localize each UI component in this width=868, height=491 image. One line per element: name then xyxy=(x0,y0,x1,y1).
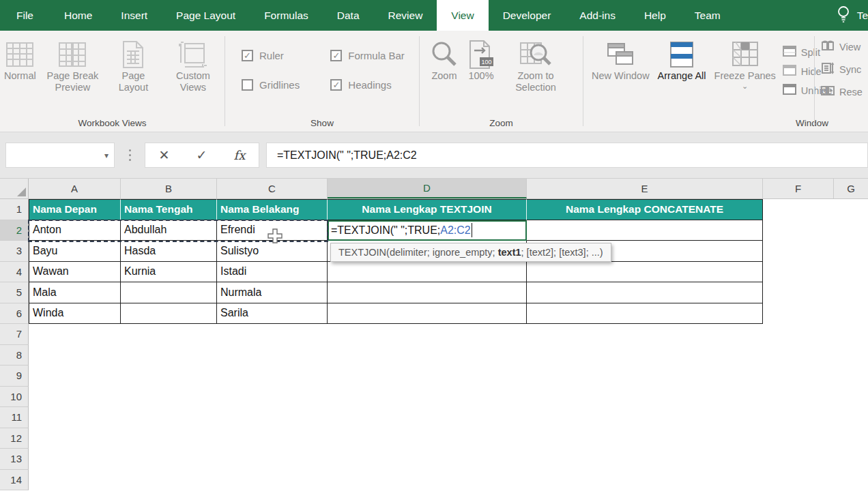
row-header-3[interactable]: 3 xyxy=(0,241,29,262)
cancel-button[interactable]: ✕ xyxy=(159,147,170,163)
cell-E5[interactable] xyxy=(527,282,763,303)
tab-help[interactable]: Help xyxy=(630,0,680,31)
cell-G1[interactable] xyxy=(834,199,868,220)
cell-E2[interactable] xyxy=(527,220,763,241)
tab-formulas[interactable]: Formulas xyxy=(250,0,323,31)
tab-file[interactable]: File xyxy=(0,0,50,31)
cell-C5[interactable]: Nurmala xyxy=(217,282,328,303)
formula-bar-resize-handle[interactable] xyxy=(115,149,145,161)
tab-home[interactable]: Home xyxy=(50,0,106,31)
cell-D5[interactable] xyxy=(328,282,527,303)
row-header-14[interactable]: 14 xyxy=(0,470,29,491)
tab-add-ins[interactable]: Add-ins xyxy=(565,0,630,31)
cell-A3[interactable]: Bayu xyxy=(29,241,121,262)
cell-D4[interactable] xyxy=(328,262,527,283)
row-header-6[interactable]: 6 xyxy=(0,303,29,325)
row-header-5[interactable]: 5 xyxy=(0,282,29,303)
cell-C1[interactable]: Nama Belakang xyxy=(217,199,328,220)
cell-D2-active[interactable]: =TEXTJOIN(" ";TRUE;A2:C2 xyxy=(328,220,527,241)
tab-developer[interactable]: Developer xyxy=(489,0,566,31)
cell-A5[interactable]: Mala xyxy=(29,282,121,303)
col-header-E[interactable]: E xyxy=(527,179,763,198)
cell-C6[interactable]: Sarila xyxy=(217,303,328,325)
cell-D6[interactable] xyxy=(328,303,527,325)
freeze-panes-button[interactable]: Freeze Panes ⌄ xyxy=(710,38,780,92)
tab-insert[interactable]: Insert xyxy=(106,0,162,31)
insert-function-button[interactable]: fx xyxy=(234,148,246,162)
tab-view[interactable]: View xyxy=(437,0,488,31)
cell-G4[interactable] xyxy=(834,262,868,283)
page-break-preview-button[interactable]: Page Break Preview xyxy=(40,38,105,95)
cell-G6[interactable] xyxy=(834,303,868,325)
cell-E1[interactable]: Nama Lengkap CONCATENATE xyxy=(527,199,763,220)
cell-B3[interactable]: Hasda xyxy=(121,241,217,262)
cell-C4[interactable]: Istadi xyxy=(217,262,328,283)
tooltip-prefix: TEXTJOIN(delimiter; ignore_empty; xyxy=(338,247,498,258)
cell-F5[interactable] xyxy=(763,282,834,303)
enter-button[interactable]: ✓ xyxy=(197,147,207,163)
new-window-button[interactable]: New Window xyxy=(588,38,654,83)
formula-bar-checkbox[interactable]: ✓ Formula Bar xyxy=(330,50,419,61)
cell-D1[interactable]: Nama Lengkap TEXTJOIN xyxy=(328,199,527,220)
cell-F1[interactable] xyxy=(763,199,834,220)
col-header-G[interactable]: G xyxy=(834,179,868,198)
cell-G3[interactable] xyxy=(834,241,868,262)
custom-views-button[interactable]: Custom Views xyxy=(162,38,225,95)
cell-B6[interactable] xyxy=(121,303,217,325)
row-header-11[interactable]: 11 xyxy=(0,407,29,428)
tell-me[interactable]: Te xyxy=(837,0,868,31)
gridlines-checkbox[interactable]: Gridlines xyxy=(242,79,314,91)
normal-view-button[interactable]: Normal xyxy=(0,38,40,83)
synchronous-scrolling-button[interactable]: Sync xyxy=(821,62,863,76)
view-side-by-side-button[interactable]: View xyxy=(821,40,863,53)
cell-A6[interactable]: Winda xyxy=(29,303,121,325)
tab-page-layout[interactable]: Page Layout xyxy=(162,0,250,31)
cell-C2[interactable]: Efrendi xyxy=(217,220,328,241)
row-header-10[interactable]: 10 xyxy=(0,387,29,408)
cell-A2[interactable]: Anton xyxy=(29,220,121,241)
select-all-corner[interactable] xyxy=(0,179,29,198)
name-box-dropdown-icon[interactable]: ▾ xyxy=(104,151,108,160)
cell-B5[interactable] xyxy=(121,282,217,303)
reset-window-position-button[interactable]: Rese xyxy=(821,85,863,98)
row-header-12[interactable]: 12 xyxy=(0,428,29,449)
col-header-B[interactable]: B xyxy=(121,179,217,198)
row-header-1[interactable]: 1 xyxy=(0,199,29,220)
row-header-9[interactable]: 9 xyxy=(0,366,29,387)
cell-A1[interactable]: Nama Depan xyxy=(29,199,121,220)
col-header-A[interactable]: A xyxy=(29,179,121,198)
col-header-C[interactable]: C xyxy=(217,179,328,198)
arrange-all-button[interactable]: Arrange All xyxy=(654,38,710,83)
col-header-F[interactable]: F xyxy=(763,179,834,198)
cell-B1[interactable]: Nama Tengah xyxy=(121,199,217,220)
formula-input[interactable]: =TEXTJOIN(" ";TRUE;A2:C2 xyxy=(266,143,868,168)
row-header-4[interactable]: 4 xyxy=(0,262,29,283)
row-header-13[interactable]: 13 xyxy=(0,449,29,470)
cell-F4[interactable] xyxy=(763,262,834,283)
zoom-button[interactable]: Zoom xyxy=(425,38,463,83)
tab-team[interactable]: Team xyxy=(680,0,735,31)
cell-G2[interactable] xyxy=(834,220,868,241)
cell-F3[interactable] xyxy=(763,241,834,262)
col-header-D[interactable]: D xyxy=(328,179,527,198)
cell-B2[interactable]: Abdullah xyxy=(121,220,217,241)
cell-G5[interactable] xyxy=(834,282,868,303)
cell-F6[interactable] xyxy=(763,303,834,325)
tab-data[interactable]: Data xyxy=(323,0,374,31)
cell-E4[interactable] xyxy=(527,262,763,283)
tab-review[interactable]: Review xyxy=(374,0,437,31)
zoom-100-button[interactable]: 100 100% xyxy=(463,38,499,83)
name-box[interactable]: ▾ xyxy=(5,143,115,168)
cell-A4[interactable]: Wawan xyxy=(29,262,121,283)
row-header-7[interactable]: 7 xyxy=(0,324,29,345)
headings-checkbox[interactable]: ✓ Headings xyxy=(330,79,419,91)
cell-C3[interactable]: Sulistyo xyxy=(217,241,328,262)
row-header-8[interactable]: 8 xyxy=(0,345,29,366)
page-layout-button[interactable]: Page Layout xyxy=(105,38,162,95)
ruler-checkbox[interactable]: ✓ Ruler xyxy=(242,50,314,61)
zoom-to-selection-button[interactable]: Zoom to Selection xyxy=(499,38,573,95)
cell-F2[interactable] xyxy=(763,220,834,241)
row-header-2[interactable]: 2 xyxy=(0,220,29,241)
cell-E6[interactable] xyxy=(527,303,763,325)
cell-B4[interactable]: Kurnia xyxy=(121,262,217,283)
